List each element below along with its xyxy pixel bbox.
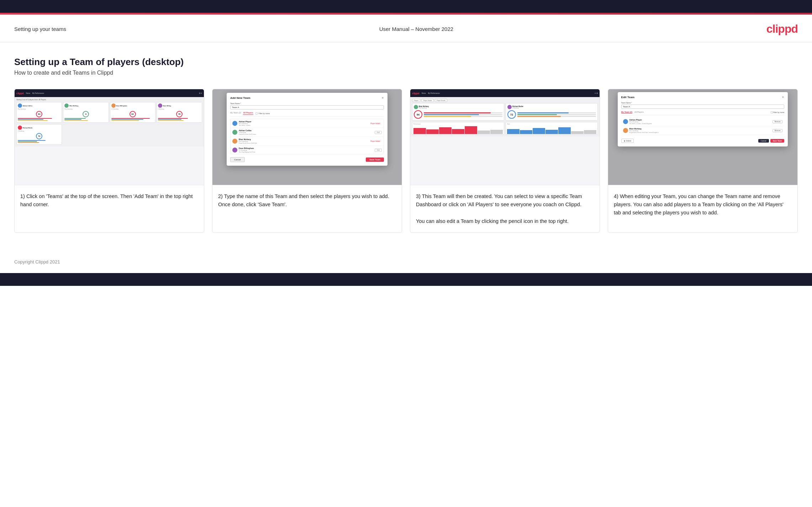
header-left-text: Setting up your teams bbox=[14, 26, 66, 32]
ss2-player-info-0: Adrian Player Plus HandicapThe Shire, Lo… bbox=[232, 121, 251, 126]
ss3-filter-row: Players Player Details Player Details bbox=[412, 99, 598, 102]
ss2-modal-header: Add New Team ✕ bbox=[230, 96, 384, 100]
header-center-text: User Manual – November 2022 bbox=[379, 26, 453, 32]
ss3-filter-tag2[interactable]: Player Details bbox=[421, 99, 434, 102]
step-4-text: 4) When editing your Team, you can chang… bbox=[608, 185, 797, 233]
ss2-backdrop: Add New Team ✕ Team Name * Team A My Tea… bbox=[212, 89, 402, 185]
step-2-text: 2) Type the name of this Team and then s… bbox=[212, 185, 402, 233]
step-1-text: 1) Click on 'Teams' at the top of the sc… bbox=[15, 185, 204, 233]
ss4-delete-button[interactable]: 🗑 Delete bbox=[621, 139, 634, 143]
ss2-modal-title: Add New Team bbox=[230, 96, 251, 100]
ss4-player-item-0: Adrian Player Plus HandicapThe Shire, Lo… bbox=[621, 117, 785, 126]
ss2-player-action-0[interactable]: Player Added bbox=[369, 122, 382, 125]
step-1-screenshot: clippd Home My Performance ⚙ ✕ Seeing 5 … bbox=[15, 89, 204, 185]
ss4-footer: 🗑 Delete Cancel Save Team bbox=[621, 139, 785, 143]
ss2-tab-my-team[interactable]: My Team (2) bbox=[230, 112, 241, 115]
step-1-card: clippd Home My Performance ⚙ ✕ Seeing 5 … bbox=[14, 89, 204, 233]
ss2-player-item-0: Adrian Player Plus HandicapThe Shire, Lo… bbox=[231, 119, 384, 128]
ss4-team-name-input[interactable]: Team A bbox=[621, 105, 785, 109]
ss4-team-name-label: Team Name * bbox=[621, 102, 785, 104]
step-4-screenshot: Edit Team ✕ Team Name * Team A My Team (… bbox=[608, 89, 797, 185]
ss3-filter-tag1[interactable]: Players bbox=[412, 99, 420, 102]
top-bar bbox=[0, 0, 812, 13]
ss4-filter: Filter by name bbox=[771, 111, 785, 113]
ss4-tab-all-players[interactable]: All Players bbox=[634, 111, 644, 113]
ss4-backdrop: Edit Team ✕ Team Name * Team A My Team (… bbox=[608, 89, 797, 185]
ss1-player-card-5: Richard Butler 2 Handicap 72 bbox=[16, 124, 62, 145]
ss2-tabs: My Team (2) All Players Filter by name bbox=[230, 112, 384, 117]
ss1-nav-icons: ⚙ ✕ bbox=[199, 92, 202, 94]
ss2-team-name-label: Team Name * bbox=[230, 102, 384, 105]
ss1-player-card-1: Adrian Collins Plus Handicap 84 bbox=[16, 102, 62, 123]
ss4-tab-my-team[interactable]: My Team (2) bbox=[621, 111, 632, 113]
ss3-player-card-1: Blair McHarg Plus Handicap 94 bbox=[412, 103, 504, 121]
ss2-filter-label: Filter by name bbox=[255, 112, 270, 115]
footer: Copyright Clippd 2021 bbox=[0, 254, 812, 269]
ss2-player-info-1: Adrian Coliba 1 HandicapCentral London G… bbox=[232, 129, 256, 135]
ss2-team-name-input[interactable]: Team A bbox=[230, 105, 384, 110]
ss3-filter-tag3[interactable]: Player Details bbox=[435, 99, 447, 102]
ss4-modal: Edit Team ✕ Team Name * Team A My Team (… bbox=[618, 92, 788, 146]
ss2-save-button[interactable]: Save Team bbox=[366, 158, 384, 162]
ss1-subheading: Seeing 5 out of 5 players from: All Play… bbox=[16, 99, 202, 101]
ss1-nav-teams: My Performance bbox=[32, 92, 44, 94]
step-3-card: clippd Home My Performance ✏ ⚙ Players P… bbox=[410, 89, 600, 233]
ss4-player-avatar-0 bbox=[623, 119, 628, 124]
ss2-player-info-3: Dave Billingham 1.5 HandicapThe Dog Maji… bbox=[232, 147, 255, 153]
ss4-player-info-0: Adrian Player Plus HandicapThe Shire, Lo… bbox=[623, 119, 652, 124]
ss2-player-action-2[interactable]: Player Added bbox=[369, 140, 382, 143]
step-3-text: 3) This Team will then be created. You c… bbox=[410, 185, 600, 233]
ss1-player-card-2: Blair McHarg Plus Handicap 0 bbox=[63, 102, 109, 123]
ss3-charts: Performance bbox=[412, 122, 598, 135]
bottom-bar bbox=[0, 273, 812, 286]
main-content: Setting up a Team of players (desktop) H… bbox=[0, 42, 812, 254]
ss3-topbar: clippd Home My Performance ✏ ⚙ bbox=[410, 89, 600, 97]
ss4-player-info-1: Blair McHarg Plus HandicapRoyal North De… bbox=[623, 128, 659, 133]
ss2-modal: Add New Team ✕ Team Name * Team A My Tea… bbox=[227, 93, 387, 166]
ss2-player-item-2: Blair McHarg Plus HandicapRoyal North De… bbox=[231, 137, 384, 146]
ss2-player-sub-0: Plus HandicapThe Shire, London bbox=[239, 123, 251, 126]
ss4-player-sub-1: Plus HandicapRoyal North Devon Golf Club… bbox=[629, 130, 659, 133]
ss3-players-grid: Blair McHarg Plus Handicap 94 bbox=[412, 103, 598, 121]
ss4-remove-button-1[interactable]: Remove bbox=[773, 129, 783, 132]
ss2-player-action-1[interactable]: Add bbox=[375, 131, 382, 134]
ss4-player-sub-0: Plus HandicapThe Shire, London, United K… bbox=[629, 121, 652, 124]
ss4-player-item-1: Blair McHarg Plus HandicapRoyal North De… bbox=[621, 126, 785, 135]
ss2-player-sub-3: 1.5 HandicapThe Dog Majing Golf Club bbox=[239, 149, 255, 153]
ss2-player-info-2: Blair McHarg Plus HandicapRoyal North De… bbox=[232, 138, 257, 144]
ss2-player-action-3[interactable]: Add bbox=[375, 149, 382, 152]
ss2-player-avatar-3 bbox=[232, 148, 237, 153]
ss2-close-icon[interactable]: ✕ bbox=[381, 96, 384, 100]
header: Setting up your teams User Manual – Nove… bbox=[0, 15, 812, 42]
ss2-player-list: Adrian Player Plus HandicapThe Shire, Lo… bbox=[230, 119, 384, 154]
ss2-player-item-1: Adrian Coliba 1 HandicapCentral London G… bbox=[231, 128, 384, 137]
step-3-screenshot: clippd Home My Performance ✏ ⚙ Players P… bbox=[410, 89, 600, 185]
ss2-cancel-button[interactable]: Cancel bbox=[230, 157, 245, 162]
ss4-footer-right: Cancel Save Team bbox=[758, 139, 784, 143]
ss4-cancel-button[interactable]: Cancel bbox=[758, 139, 769, 143]
ss4-save-button[interactable]: Save Team bbox=[770, 139, 785, 143]
ss2-modal-footer: Cancel Save Team bbox=[230, 157, 384, 162]
ss2-tab-all-players[interactable]: All Players bbox=[243, 112, 253, 115]
step-4-card: Edit Team ✕ Team Name * Team A My Team (… bbox=[608, 89, 798, 233]
ss4-delete-icon: 🗑 bbox=[624, 140, 626, 142]
page-subtitle: How to create and edit Teams in Clippd bbox=[14, 70, 798, 76]
clippd-logo: clippd bbox=[766, 22, 798, 36]
ss4-player-avatar-1 bbox=[623, 128, 628, 133]
ss1-player-card-3: Dave Billingham 1.5 Handicap 94 bbox=[110, 102, 155, 123]
ss4-tabs: My Team (2) All Players Filter by name bbox=[621, 111, 785, 115]
ss1-nav-home: Home bbox=[26, 92, 30, 94]
ss3-nav-perf: My Performance bbox=[428, 92, 440, 94]
ss2-player-avatar-2 bbox=[232, 139, 237, 144]
ss3-logo: clippd bbox=[412, 92, 420, 95]
page-title: Setting up a Team of players (desktop) bbox=[14, 57, 798, 68]
ss4-close-icon[interactable]: ✕ bbox=[782, 96, 784, 99]
copyright-text: Copyright Clippd 2021 bbox=[14, 259, 60, 265]
ss4-remove-button-0[interactable]: Remove bbox=[773, 120, 783, 123]
ss1-player-card-4: Dave Billing 1 Handicap 78 bbox=[157, 102, 202, 123]
ss2-player-sub-2: Plus HandicapRoyal North Devon Golf Club bbox=[239, 140, 257, 144]
ss2-player-avatar-0 bbox=[232, 121, 237, 126]
ss2-player-avatar-1 bbox=[232, 130, 237, 135]
ss3-nav-icons: ✏ ⚙ bbox=[595, 92, 598, 94]
ss4-modal-title: Edit Team bbox=[621, 96, 635, 99]
